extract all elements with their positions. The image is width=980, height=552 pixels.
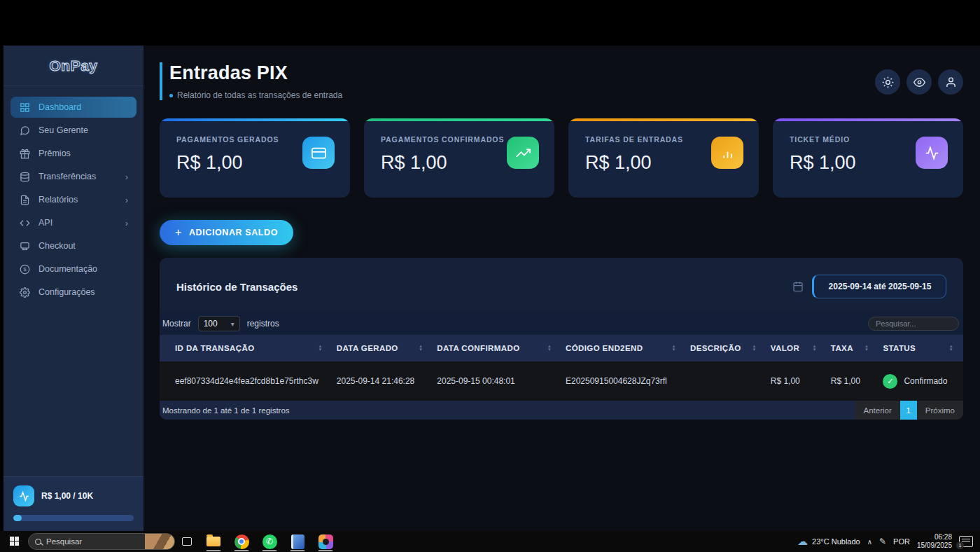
- chevron-right-icon: [125, 195, 128, 205]
- notes-app-button[interactable]: [288, 532, 307, 551]
- column-header-valor[interactable]: VALOR: [766, 344, 827, 352]
- paint-app-button[interactable]: [316, 532, 335, 551]
- tray-chevron-up-icon[interactable]: [867, 538, 872, 546]
- sort-icon: [318, 345, 328, 352]
- paint-app-icon: [318, 534, 333, 549]
- chrome-icon: [234, 534, 249, 549]
- notification-badge: 1: [956, 541, 964, 549]
- bullet-dot: [169, 94, 173, 97]
- account-button[interactable]: [938, 69, 963, 95]
- chevron-right-icon: [125, 172, 128, 181]
- stat-card-pagamentos-gerados: PAGAMENTOS GERADOS R$ 1,00: [160, 118, 350, 198]
- column-header-taxa[interactable]: TAXA: [827, 344, 879, 352]
- date-filter: 2025-09-14 até 2025-09-15: [792, 275, 946, 298]
- date-range-input[interactable]: 2025-09-14 até 2025-09-15: [812, 275, 946, 298]
- cell-transaction-id: eef807334d24e4fea2fcd8b1e75rthc3w: [160, 376, 332, 386]
- sidebar-item-label: Seu Gerente: [38, 125, 88, 135]
- table-row: eef807334d24e4fea2fcd8b1e75rthc3w 2025-0…: [160, 361, 963, 401]
- logo-area: OnPay: [4, 46, 144, 86]
- windows-taskbar: Pesquisar 23°C Nublado POR 06:28 15/09/2…: [0, 531, 980, 552]
- sort-icon: [752, 345, 762, 352]
- column-header-codigo[interactable]: CÓDIGO END2END: [561, 344, 686, 352]
- cell-status: Confirmado: [878, 374, 963, 389]
- stat-value: R$ 1,00: [381, 152, 504, 174]
- sidebar-item-transferencias[interactable]: Transferências: [10, 166, 136, 187]
- app-window: OnPay Dashboard Seu Gerente: [0, 46, 980, 531]
- sidebar-item-checkout[interactable]: Checkout: [10, 235, 136, 256]
- taskbar-apps: [204, 532, 335, 551]
- visibility-button[interactable]: [906, 69, 932, 95]
- sort-icon: [812, 345, 822, 352]
- sidebar-item-configuracoes[interactable]: Configurações: [10, 282, 136, 303]
- search-input[interactable]: [868, 317, 959, 331]
- balance-widget: R$ 1,00 / 10K: [4, 476, 144, 531]
- notification-center-button[interactable]: 1: [959, 536, 973, 547]
- language-indicator[interactable]: POR: [893, 537, 910, 546]
- theme-button[interactable]: [875, 69, 900, 95]
- status-badge: Confirmado: [904, 376, 947, 386]
- page-subtitle-text: Relatório de todas as transações de entr…: [177, 90, 342, 100]
- current-page-button[interactable]: 1: [900, 401, 917, 420]
- table-footer: Mostrando de 1 até 1 de 1 registros Ante…: [160, 401, 963, 420]
- sidebar-item-label: Dashboard: [38, 102, 81, 112]
- top-black-band: [0, 0, 980, 46]
- start-button[interactable]: [4, 531, 25, 552]
- column-header-status[interactable]: STATUS: [878, 344, 963, 352]
- column-header-id[interactable]: ID DA TRANSAÇÃO: [160, 344, 332, 352]
- stat-card-tarifas-entradas: TARIFAS DE ENTRADAS R$ 1,00: [568, 118, 759, 198]
- checkout-terminal-icon: [19, 240, 30, 251]
- stat-value: R$ 1,00: [585, 152, 683, 174]
- add-balance-button[interactable]: ADICIONAR SALDO: [160, 220, 293, 245]
- balance-progress-bar: [13, 515, 134, 521]
- cell-valor: R$ 1,00: [766, 376, 827, 386]
- gear-icon: [19, 287, 30, 298]
- main-content: Entradas PIX Relatório de todas as trans…: [144, 46, 980, 531]
- sidebar-item-documentacao[interactable]: $ Documentação: [10, 258, 136, 280]
- sidebar-item-seu-gerente[interactable]: Seu Gerente: [10, 120, 136, 141]
- trending-up-icon: [507, 137, 539, 169]
- stat-card-pagamentos-confirmados: PAGAMENTOS CONFIRMADOS R$ 1,00: [364, 118, 554, 198]
- task-view-icon: [182, 537, 192, 546]
- previous-page-button[interactable]: Anterior: [855, 401, 900, 420]
- weather-widget[interactable]: 23°C Nublado: [797, 535, 860, 548]
- cell-data-gerado: 2025-09-14 21:46:28: [332, 376, 433, 386]
- cell-codigo: E20250915004628JZq73rfl: [561, 376, 686, 386]
- sidebar-item-relatorios[interactable]: Relatórios: [10, 189, 136, 210]
- taskbar-search[interactable]: Pesquisar: [28, 533, 175, 550]
- grid-icon: [19, 102, 30, 113]
- next-page-button[interactable]: Próximo: [917, 401, 963, 420]
- records-summary: Mostrando de 1 até 1 de 1 registros: [160, 406, 290, 415]
- whatsapp-button[interactable]: [260, 532, 279, 551]
- onpay-logo: OnPay: [49, 57, 97, 74]
- sidebar-item-premios[interactable]: Prêmios: [10, 143, 136, 164]
- column-header-descricao[interactable]: DESCRIÇÃO: [686, 344, 766, 352]
- pen-icon[interactable]: [879, 537, 886, 546]
- column-header-data-gerado[interactable]: DATA GERADO: [332, 344, 433, 352]
- taskbar-clock[interactable]: 06:28 15/09/2025: [917, 533, 952, 550]
- credit-card-icon: [302, 137, 335, 169]
- task-view-button[interactable]: [178, 531, 196, 552]
- activity-icon: [13, 485, 34, 506]
- column-header-data-confirmado[interactable]: DATA CONFIRMADO: [433, 344, 561, 352]
- whatsapp-icon: [262, 534, 277, 549]
- sun-icon: [882, 76, 894, 88]
- sidebar-item-dashboard[interactable]: Dashboard: [10, 97, 136, 118]
- chrome-button[interactable]: [232, 532, 251, 551]
- sidebar-item-label: API: [38, 218, 52, 228]
- page-header: Entradas PIX Relatório de todas as trans…: [160, 62, 342, 100]
- sort-icon: [949, 345, 959, 352]
- sidebar-item-api[interactable]: API: [10, 212, 136, 233]
- sidebar-menu: Dashboard Seu Gerente Prêmios: [4, 86, 144, 476]
- page-size-select[interactable]: 100: [198, 316, 240, 331]
- pagination: Anterior 1 Próximo: [855, 401, 963, 420]
- search-highlight-image: [145, 533, 174, 550]
- notes-app-icon: [291, 534, 304, 549]
- bar-chart-icon: [711, 137, 743, 169]
- taskbar-tray: 23°C Nublado POR 06:28 15/09/2025 1: [797, 533, 976, 550]
- transactions-title: Histórico de Transações: [176, 281, 298, 293]
- file-explorer-button[interactable]: [204, 532, 223, 551]
- check-icon: [883, 374, 897, 389]
- sidebar-item-label: Documentação: [38, 264, 97, 274]
- user-icon: [945, 76, 957, 88]
- show-label: Mostrar: [162, 319, 191, 329]
